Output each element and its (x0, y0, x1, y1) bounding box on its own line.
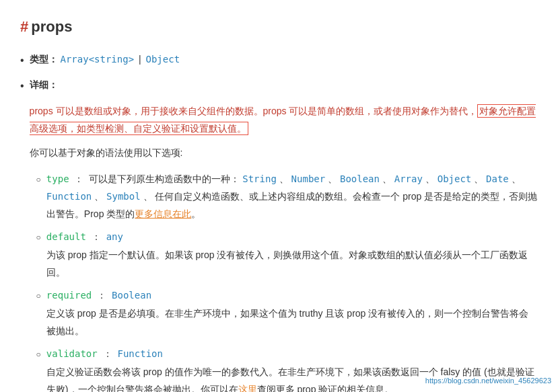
detail-para1-before: props 可以是数组或对象，用于接收来自父组件的数据。props 可以是简单的… (30, 106, 478, 116)
detail-section: • 详细： props 可以是数组或对象，用于接收来自父组件的数据。props … (20, 77, 538, 392)
hash-symbol: # (20, 18, 28, 35)
option-colon-default: ： (89, 231, 101, 242)
type-more-link[interactable]: 更多信息在此 (135, 208, 191, 219)
type-section: • 类型： Array<string> | Object (20, 51, 538, 71)
page-title: #props (20, 13, 538, 40)
type-number: Number (291, 173, 326, 184)
option-required-content: required ： Boolean 定义该 prop 是否是必填项。在非生产环… (46, 287, 538, 340)
option-default: ○ default ： any 为该 prop 指定一个默认值。如果该 prop… (36, 229, 538, 282)
option-value-required: Boolean (112, 290, 151, 301)
detail-content: 详细： props 可以是数组或对象，用于接收来自父组件的数据。props 可以… (30, 77, 538, 392)
option-required: ○ required ： Boolean 定义该 prop 是否是必填项。在非生… (36, 287, 538, 340)
type-string: String (242, 173, 277, 184)
option-type-desc: 可以是下列原生构造函数中的一种： String 、 Number 、 Boole… (46, 173, 537, 219)
type-function: Function (46, 191, 92, 202)
page-container: #props • 类型： Array<string> | Object • 详细… (20, 13, 538, 392)
option-colon-required: ： (94, 290, 106, 301)
type-object: Object (146, 54, 180, 65)
main-sections: • 类型： Array<string> | Object • 详细： props… (20, 51, 538, 392)
option-value-validator: Function (118, 348, 163, 359)
detail-label: 详细： (30, 79, 58, 90)
footer-url: https://blog.csdn.net/weixin_45629623 (425, 375, 551, 388)
options-list: ○ type ： 可以是下列原生构造函数中的一种： String 、 Numbe… (30, 171, 538, 392)
circle-bullet-type: ○ (36, 173, 41, 188)
option-default-content: default ： any 为该 prop 指定一个默认值。如果该 prop 没… (46, 229, 538, 282)
option-key-type: type (46, 173, 69, 184)
type-separator: | (139, 54, 144, 65)
type-date: Date (486, 173, 509, 184)
type-object: Object (438, 173, 472, 184)
bullet-type: • (20, 51, 24, 71)
type-boolean: Boolean (340, 173, 380, 184)
option-required-desc: 定义该 prop 是否是必填项。在非生产环境中，如果这个值为 truthy 且该… (46, 305, 538, 340)
bullet-detail: • (20, 77, 24, 96)
option-key-required: required (46, 290, 92, 301)
circle-bullet-default: ○ (36, 231, 41, 245)
option-type-content: type ： 可以是下列原生构造函数中的一种： String 、 Number … (46, 171, 538, 223)
option-default-desc: 为该 prop 指定一个默认值。如果该 prop 没有被传入，则换做用这个值。对… (46, 247, 538, 282)
type-symbol: Symbol (106, 191, 141, 202)
type-array: Array<string> (61, 54, 135, 65)
option-colon-type: ： (72, 173, 84, 184)
validator-here-link[interactable]: 这里 (238, 384, 257, 392)
detail-block: props 可以是数组或对象，用于接收来自父组件的数据。props 可以是简单的… (30, 102, 538, 392)
option-colon-validator: ： (100, 348, 112, 359)
circle-bullet-validator: ○ (36, 348, 41, 362)
option-key-default: default (46, 231, 86, 242)
detail-para1: props 可以是数组或对象，用于接收来自父组件的数据。props 可以是简单的… (30, 102, 538, 138)
type-content: 类型： Array<string> | Object (30, 51, 180, 68)
detail-para2: 你可以基于对象的语法使用以下选项: (30, 145, 538, 161)
type-array: Array (394, 173, 423, 184)
type-label: 类型： (30, 54, 58, 65)
option-key-validator: validator (46, 348, 98, 359)
option-type: ○ type ： 可以是下列原生构造函数中的一种： String 、 Numbe… (36, 171, 538, 223)
option-value-default: any (106, 231, 123, 242)
circle-bullet-required: ○ (36, 289, 41, 304)
